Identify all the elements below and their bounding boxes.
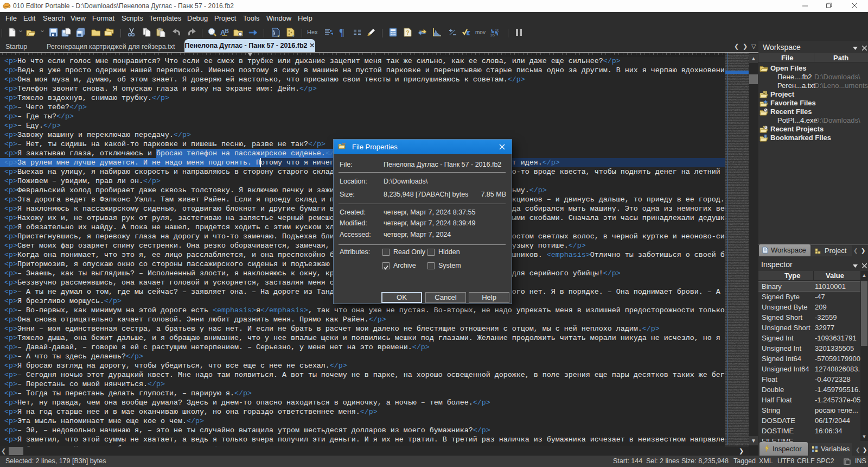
svg-text:B: B [225,28,229,34]
svg-text:16: 16 [490,33,495,37]
svg-text:?: ? [406,29,410,36]
svg-text:Hex: Hex [307,29,318,35]
svg-text:mov: mov [475,29,486,35]
svg-text:¶: ¶ [339,28,344,37]
